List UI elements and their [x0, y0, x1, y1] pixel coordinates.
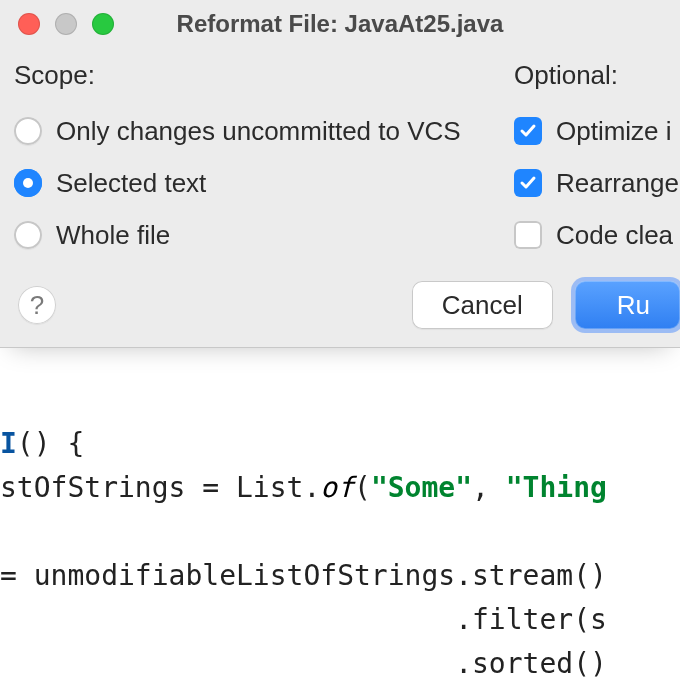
radio-icon [14, 169, 42, 197]
optional-rearrange[interactable]: Rearrange [514, 157, 680, 209]
radio-icon [14, 117, 42, 145]
option-label: Optimize i [556, 116, 672, 147]
scope-option-uncommitted[interactable]: Only changes uncommitted to VCS [14, 105, 514, 157]
code-indent [0, 647, 455, 680]
code-text: , [472, 471, 506, 504]
optional-optimize-imports[interactable]: Optimize i [514, 105, 680, 157]
optional-code-cleanup[interactable]: Code clea [514, 209, 680, 261]
code-text: = unmodifiableListOfStrings.stream() [0, 559, 607, 592]
code-string: "Thing [506, 471, 607, 504]
code-static-call: of [320, 471, 354, 504]
help-icon: ? [30, 290, 44, 321]
checkbox-icon [514, 117, 542, 145]
code-text: .filter(s [455, 603, 607, 636]
code-text: .sorted() [455, 647, 607, 680]
titlebar: Reformat File: JavaAt25.java [0, 0, 680, 48]
window-controls [18, 13, 114, 35]
code-text: stOfStrings = List. [0, 471, 320, 504]
checkbox-icon [514, 221, 542, 249]
code-string: "Some" [371, 471, 472, 504]
zoom-window-button[interactable] [92, 13, 114, 35]
scope-label: Scope: [14, 60, 514, 91]
option-label: Rearrange [556, 168, 679, 199]
button-label: Ru [617, 290, 650, 321]
option-label: Whole file [56, 220, 170, 251]
scope-section: Scope: Only changes uncommitted to VCS S… [14, 60, 514, 261]
option-label: Selected text [56, 168, 206, 199]
dialog-button-row: ? Cancel Ru [0, 261, 680, 329]
optional-label: Optional: [514, 60, 680, 91]
reformat-dialog: Reformat File: JavaAt25.java Scope: Only… [0, 0, 680, 348]
button-label: Cancel [442, 290, 523, 321]
cancel-button[interactable]: Cancel [412, 281, 553, 329]
optional-section: Optional: Optimize i Rearrange Code clea [514, 60, 680, 261]
option-label: Only changes uncommitted to VCS [56, 116, 461, 147]
help-button[interactable]: ? [18, 286, 56, 324]
run-button[interactable]: Ru [575, 281, 680, 329]
minimize-window-button[interactable] [55, 13, 77, 35]
scope-option-whole-file[interactable]: Whole file [14, 209, 514, 261]
dialog-content: Scope: Only changes uncommitted to VCS S… [0, 48, 680, 261]
option-label: Code clea [556, 220, 673, 251]
code-text: ( [354, 471, 371, 504]
code-editor[interactable]: I() { stOfStrings = List.of("Some", "Thi… [0, 348, 680, 680]
checkbox-icon [514, 169, 542, 197]
code-text: () { [17, 427, 84, 460]
text-cursor-icon: I [0, 427, 17, 460]
code-indent [0, 603, 455, 636]
close-window-button[interactable] [18, 13, 40, 35]
scope-option-selected-text[interactable]: Selected text [14, 157, 514, 209]
radio-icon [14, 221, 42, 249]
dialog-title: Reformat File: JavaAt25.java [177, 10, 504, 38]
